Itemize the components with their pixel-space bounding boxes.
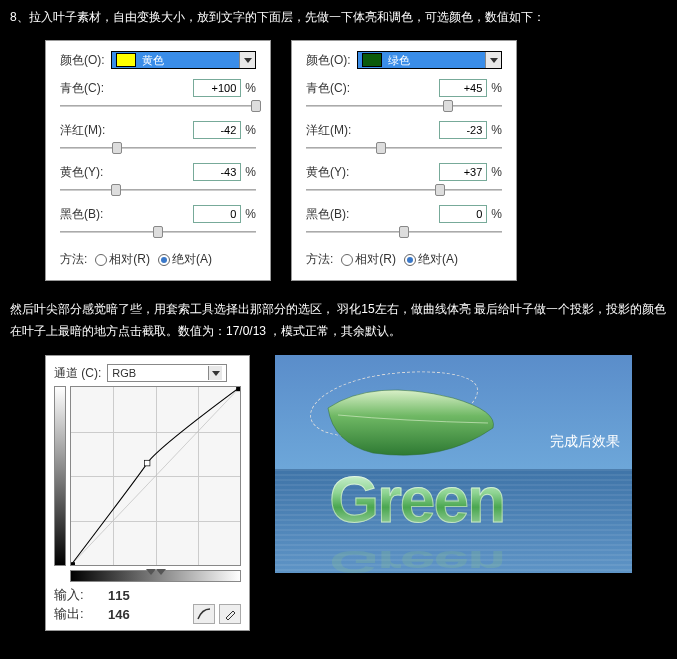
magenta-slider[interactable]	[60, 141, 256, 155]
chevron-down-icon[interactable]	[485, 52, 501, 68]
black-slider[interactable]	[306, 225, 502, 239]
yellow-slider[interactable]	[306, 183, 502, 197]
cyan-label: 青色(C):	[60, 80, 104, 97]
color-label: 颜色(O):	[60, 52, 105, 69]
black-input[interactable]	[193, 205, 241, 223]
percent-label: %	[491, 81, 502, 95]
curves-grid[interactable]	[70, 386, 241, 566]
text-reflection: Green	[329, 544, 504, 574]
percent-label: %	[245, 123, 256, 137]
relative-radio[interactable]: 相对(R)	[95, 251, 150, 268]
yellow-slider[interactable]	[60, 183, 256, 197]
input-value: 115	[108, 588, 130, 603]
channel-label: 通道 (C):	[54, 365, 101, 382]
yellow-label: 黄色(Y):	[306, 164, 349, 181]
percent-label: %	[245, 207, 256, 221]
bottom-content: 通道 (C): RGB	[0, 350, 677, 641]
magenta-input[interactable]	[193, 121, 241, 139]
cyan-slider[interactable]	[306, 99, 502, 113]
black-label: 黑色(B):	[306, 206, 349, 223]
svg-line-0	[71, 387, 240, 565]
selective-color-panels: 颜色(O): 黄色 青色(C): % 洋红(M): %	[0, 35, 677, 291]
magenta-input[interactable]	[439, 121, 487, 139]
chevron-down-icon[interactable]	[239, 52, 255, 68]
method-label: 方法:	[306, 251, 333, 268]
relative-radio[interactable]: 相对(R)	[341, 251, 396, 268]
magenta-label: 洋红(M):	[60, 122, 105, 139]
color-name: 黄色	[140, 53, 239, 68]
input-label: 输入:	[54, 586, 102, 604]
svg-rect-2	[71, 563, 75, 566]
cyan-input[interactable]	[193, 79, 241, 97]
pencil-icon	[224, 608, 236, 620]
yellow-label: 黄色(Y):	[60, 164, 103, 181]
result-caption: 完成后效果	[550, 433, 620, 451]
pencil-tool-button[interactable]	[219, 604, 241, 624]
black-label: 黑色(B):	[60, 206, 103, 223]
absolute-radio[interactable]: 绝对(A)	[404, 251, 458, 268]
color-dropdown[interactable]: 绿色	[357, 51, 502, 69]
percent-label: %	[491, 165, 502, 179]
input-gradient-strip	[70, 570, 241, 582]
yellow-input[interactable]	[439, 163, 487, 181]
chevron-down-icon[interactable]	[208, 366, 222, 380]
absolute-radio[interactable]: 绝对(A)	[158, 251, 212, 268]
color-name: 绿色	[386, 53, 485, 68]
black-input[interactable]	[439, 205, 487, 223]
color-label: 颜色(O):	[306, 52, 351, 69]
magenta-label: 洋红(M):	[306, 122, 351, 139]
output-gradient-strip	[54, 386, 66, 566]
swatch-icon	[362, 53, 382, 67]
curves-panel: 通道 (C): RGB	[45, 355, 250, 631]
magenta-slider[interactable]	[306, 141, 502, 155]
result-preview: Green Green 完成后效果	[275, 355, 632, 573]
method-label: 方法:	[60, 251, 87, 268]
svg-rect-1	[145, 461, 150, 467]
percent-label: %	[491, 207, 502, 221]
percent-label: %	[245, 165, 256, 179]
curve-tool-button[interactable]	[193, 604, 215, 624]
step-description: 8、拉入叶子素材，自由变换大小，放到文字的下面层，先做一下体亮和调色，可选颜色，…	[0, 0, 677, 35]
cyan-input[interactable]	[439, 79, 487, 97]
curve-line-icon	[71, 387, 240, 565]
cyan-label: 青色(C):	[306, 80, 350, 97]
black-slider[interactable]	[60, 225, 256, 239]
green-text-effect: Green	[329, 463, 504, 537]
selective-color-panel-yellow: 颜色(O): 黄色 青色(C): % 洋红(M): %	[45, 40, 271, 281]
channel-dropdown[interactable]: RGB	[107, 364, 227, 382]
midpoint-handle-icon[interactable]	[146, 569, 166, 575]
curve-icon	[197, 608, 211, 620]
color-dropdown[interactable]: 黄色	[111, 51, 256, 69]
percent-label: %	[491, 123, 502, 137]
notes-paragraph: 然后叶尖部分感觉暗了些，用套索工具选择出那部分的选区， 羽化15左右，做曲线体亮…	[0, 291, 677, 350]
selective-color-panel-green: 颜色(O): 绿色 青色(C): % 洋红(M): %	[291, 40, 517, 281]
channel-value: RGB	[112, 367, 136, 379]
cyan-slider[interactable]	[60, 99, 256, 113]
swatch-icon	[116, 53, 136, 67]
output-value: 146	[108, 607, 130, 622]
leaf-icon	[323, 383, 503, 463]
step-text: 8、拉入叶子素材，自由变换大小，放到文字的下面层，先做一下体亮和调色，可选颜色，…	[10, 10, 545, 24]
svg-rect-3	[236, 387, 240, 391]
yellow-input[interactable]	[193, 163, 241, 181]
percent-label: %	[245, 81, 256, 95]
output-label: 输出:	[54, 605, 102, 623]
